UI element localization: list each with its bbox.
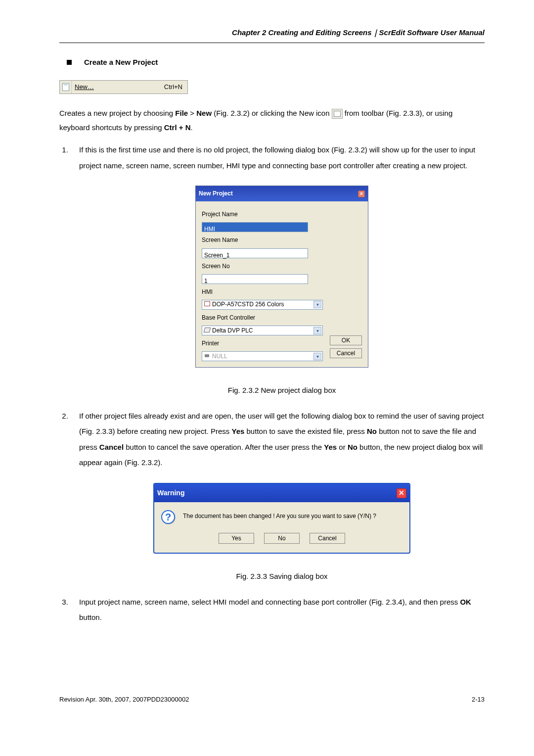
- screen-no-input[interactable]: 1: [202, 274, 308, 284]
- new-project-dialog: New Project × Project Name HMI Screen Na…: [195, 186, 368, 368]
- new-file-toolbar-icon: [332, 109, 343, 119]
- label-hmi: HMI: [202, 286, 362, 298]
- dialog-title: Warning: [157, 486, 184, 500]
- ok-button[interactable]: OK: [330, 335, 362, 345]
- project-name-input[interactable]: HMI: [202, 222, 308, 232]
- label-screen-name: Screen Name: [202, 234, 362, 246]
- warning-dialog: Warning ✕ ? The document has been change…: [153, 483, 410, 554]
- hmi-select[interactable]: DOP-A57CSTD 256 Colors ▾: [202, 300, 323, 310]
- screen-name-input[interactable]: Screen_1: [202, 248, 308, 258]
- yes-button[interactable]: Yes: [219, 533, 254, 544]
- intro-paragraph: Creates a new project by choosing File >…: [59, 106, 485, 135]
- no-button[interactable]: No: [264, 533, 300, 544]
- monitor-icon: [204, 301, 210, 306]
- cancel-button[interactable]: Cancel: [310, 533, 345, 544]
- controller-icon: [204, 328, 210, 332]
- list-item: Input project name, screen name, select …: [70, 594, 485, 625]
- chevron-down-icon[interactable]: ▾: [313, 327, 321, 334]
- chevron-down-icon[interactable]: ▾: [313, 353, 321, 360]
- dialog-titlebar: New Project ×: [196, 186, 368, 201]
- section-title: Create a New Project: [84, 57, 158, 68]
- list-item: If other project files already exist and…: [70, 408, 485, 584]
- cancel-button[interactable]: Cancel: [330, 348, 362, 358]
- label-screen-no: Screen No: [202, 260, 362, 273]
- numbered-list: If this is the first time use and there …: [70, 142, 485, 625]
- footer-page-number: 2-13: [472, 695, 485, 705]
- label-base-port: Base Port Controller: [202, 312, 362, 324]
- fig-2-3-3: Warning ✕ ? The document has been change…: [79, 483, 485, 554]
- page-footer: Revision Apr. 30th, 2007, 2007PDD2300000…: [59, 695, 485, 705]
- printer-icon: [204, 353, 210, 358]
- dialog-title: New Project: [199, 188, 233, 200]
- chevron-down-icon[interactable]: ▾: [313, 301, 321, 308]
- caption-2-3-2: Fig. 2.3.2 New project dialog box: [79, 382, 485, 398]
- menu-new-item[interactable]: New… Ctrl+N: [59, 80, 188, 94]
- header-rule: [59, 43, 485, 43]
- close-icon[interactable]: ×: [358, 190, 365, 197]
- square-bullet-icon: [67, 60, 72, 65]
- printer-select[interactable]: NULL ▾: [202, 351, 323, 361]
- caption-2-3-3: Fig. 2.3.3 Saving dialog box: [79, 568, 485, 584]
- dialog-titlebar: Warning ✕: [154, 484, 409, 502]
- new-file-icon: [60, 81, 72, 94]
- label-project-name: Project Name: [202, 208, 362, 221]
- close-icon[interactable]: ✕: [397, 488, 406, 498]
- base-port-select[interactable]: Delta DVP PLC ▾: [202, 326, 323, 335]
- footer-revision: Revision Apr. 30th, 2007, 2007PDD2300000…: [59, 695, 189, 705]
- warning-message: The document has been changed ! Are you …: [183, 510, 376, 522]
- section-heading-row: Create a New Project: [67, 57, 485, 68]
- list-item: If this is the first time use and there …: [70, 142, 485, 398]
- menu-shortcut: Ctrl+N: [164, 82, 182, 92]
- question-icon: ?: [161, 510, 175, 524]
- menu-item-label: New…: [75, 82, 164, 92]
- page-header: Chapter 2 Creating and Editing Screens｜S…: [59, 27, 485, 39]
- fig-2-3-2: New Project × Project Name HMI Screen Na…: [79, 186, 485, 368]
